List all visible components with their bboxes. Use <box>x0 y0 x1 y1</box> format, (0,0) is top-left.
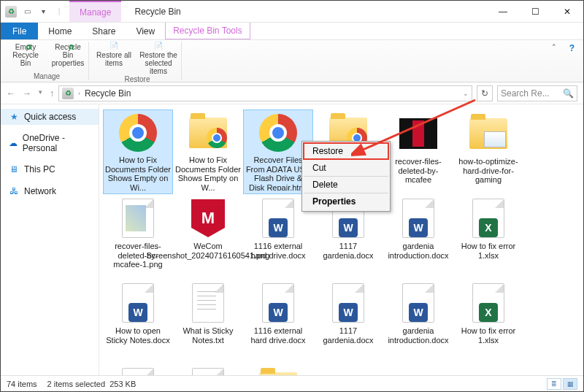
ribbon-group-restore-label: Restore <box>124 75 150 83</box>
file-item[interactable]: How to Fix Documents Folder Shows Empty … <box>174 110 242 193</box>
search-icon: 🔍 <box>563 88 574 99</box>
status-selection: 2 items selected 253 KB <box>47 380 137 388</box>
file-item[interactable]: MWeCom Screenshot_20240716160541.png <box>174 195 242 278</box>
navigation-pane: ★ Quick access ☁ OneDrive - Personal 🖥 T… <box>1 104 99 379</box>
title-bar: ▭ ▾ | Manage Recycle Bin — ☐ ✕ <box>1 1 583 23</box>
recycle-bin-properties-button[interactable]: Recycle Bin properties <box>50 42 85 67</box>
sidebar-label: Quick access <box>24 112 76 122</box>
restore-selected-button[interactable]: 📄 Restore the selected items <box>139 42 178 75</box>
address-bar-row: ← → ▾ ↑ › Recycle Bin ⌄ ↻ Search Re... 🔍 <box>1 82 583 104</box>
qat-properties-icon[interactable]: ▭ <box>21 6 33 18</box>
file-item[interactable]: Wgardenia introduction.docx <box>384 280 453 363</box>
tab-share[interactable]: Share <box>82 23 126 39</box>
sidebar-label: This PC <box>24 164 55 174</box>
file-item[interactable]: How to Fix Documents Folder Shows Empty … <box>104 110 172 193</box>
ribbon-group-restore: 📄 Restore all items 📄 Restore the select… <box>93 42 182 80</box>
qat-dropdown-icon[interactable]: ▾ <box>37 6 49 18</box>
restore-selected-label: Restore the selected items <box>139 51 178 75</box>
tab-view[interactable]: View <box>126 23 165 39</box>
tab-recycle-bin-tools[interactable]: Recycle Bin Tools <box>165 23 250 39</box>
restore-all-button[interactable]: 📄 Restore all items <box>96 42 131 75</box>
view-large-icons-button[interactable]: ▦ <box>563 378 577 390</box>
cloud-icon: ☁ <box>8 137 18 149</box>
restore-all-label: Restore all items <box>96 51 131 67</box>
file-thumbnail <box>188 113 228 153</box>
maximize-button[interactable]: ☐ <box>519 1 551 23</box>
file-thumbnail: X <box>468 198 509 239</box>
file-label: 1116 external hard drive.docx <box>245 326 311 345</box>
file-thumbnail <box>118 113 158 153</box>
collapse-ribbon-icon[interactable]: ˄ <box>548 42 561 54</box>
file-label: how-to-optimize-hard-drive-for-gaming <box>456 157 521 185</box>
file-thumbnail: W <box>258 283 299 323</box>
file-label: How to fix error 1.xlsx <box>456 242 521 260</box>
recent-dropdown-icon[interactable]: ▾ <box>39 88 42 99</box>
file-label: gardenia introduction.docx <box>385 326 451 345</box>
nav-arrows: ← → ▾ ↑ <box>7 88 54 99</box>
ctx-cut[interactable]: Cut <box>304 159 388 176</box>
file-thumbnail: W <box>118 283 158 323</box>
ctx-properties[interactable]: Properties <box>304 193 388 210</box>
file-label: How to open Sticky Notes.docx <box>105 326 171 345</box>
main-split: ★ Quick access ☁ OneDrive - Personal 🖥 T… <box>1 104 583 379</box>
close-button[interactable]: ✕ <box>551 1 583 23</box>
file-label: gardenia introduction.docx <box>385 242 451 260</box>
file-label: How to Fix Documents Folder Shows Empty … <box>175 155 241 191</box>
file-item[interactable]: W1116 external hard drive.docx <box>244 280 312 363</box>
file-label: 1117 gardenia.docx <box>315 242 381 260</box>
window-title: Recycle Bin <box>121 7 487 17</box>
file-label: How to Fix Documents Folder Shows Empty … <box>105 155 171 191</box>
tab-home[interactable]: Home <box>38 23 82 39</box>
sidebar-item-this-pc[interactable]: 🖥 This PC <box>1 161 99 177</box>
network-icon: 🖧 <box>8 185 20 197</box>
file-label: 1116 external hard drive.docx <box>245 242 311 260</box>
sidebar-label: Network <box>24 186 56 196</box>
back-button[interactable]: ← <box>7 88 15 99</box>
file-thumbnail: W <box>258 198 299 239</box>
ribbon-group-manage-label: Manage <box>34 72 60 80</box>
help-icon[interactable]: ? <box>565 42 579 55</box>
file-item[interactable]: recover-files-deleted-by-mcafee <box>384 110 453 193</box>
empty-recycle-bin-button[interactable]: Empty Recycle Bin <box>8 42 43 67</box>
file-thumbnail <box>468 113 509 154</box>
file-item[interactable]: WHow to open Sticky Notes.docx <box>104 280 172 363</box>
sidebar-item-onedrive[interactable]: ☁ OneDrive - Personal <box>1 131 99 155</box>
ctx-restore[interactable]: Restore <box>304 143 388 159</box>
status-bar: 74 items 2 items selected 253 KB ≣ ▦ <box>1 375 583 391</box>
ribbon: Empty Recycle Bin Recycle Bin properties… <box>1 40 583 82</box>
view-details-button[interactable]: ≣ <box>547 378 561 390</box>
forward-button[interactable]: → <box>23 88 31 99</box>
file-thumbnail: X <box>468 283 509 323</box>
qat-separator: | <box>53 6 65 18</box>
file-item[interactable]: Wgardenia introduction.docx <box>384 195 453 278</box>
file-item[interactable]: XHow to fix error 1.xlsx <box>454 280 523 363</box>
ctx-delete[interactable]: Delete <box>304 176 388 193</box>
tab-file[interactable]: File <box>1 23 38 39</box>
address-dropdown-icon[interactable]: ⌄ <box>463 90 469 97</box>
restore-selected-icon: 📄 <box>154 42 163 50</box>
file-item[interactable]: What is Sticky Notes.txt <box>174 280 242 363</box>
context-menu: Restore Cut Delete Properties <box>301 141 391 212</box>
up-button[interactable]: ↑ <box>50 88 54 99</box>
search-input[interactable]: Search Re... 🔍 <box>497 85 577 101</box>
quick-access-toolbar: ▭ ▾ | <box>1 6 69 18</box>
file-thumbnail: W <box>398 198 439 239</box>
sidebar-item-quick-access[interactable]: ★ Quick access <box>1 109 99 125</box>
minimize-button[interactable]: — <box>487 1 519 23</box>
search-placeholder: Search Re... <box>501 88 550 99</box>
pc-icon: 🖥 <box>8 164 20 175</box>
refresh-button[interactable]: ↻ <box>477 85 493 101</box>
file-thumbnail <box>118 198 158 239</box>
file-label: recover-files-deleted-by-mcafee <box>385 157 451 185</box>
app-icon <box>5 6 17 18</box>
file-item[interactable]: W1117 gardenia.docx <box>314 280 383 363</box>
sidebar-item-network[interactable]: 🖧 Network <box>1 183 99 199</box>
contextual-tab-manage[interactable]: Manage <box>69 1 121 22</box>
file-thumbnail <box>398 113 439 154</box>
breadcrumb[interactable]: Recycle Bin <box>85 88 131 99</box>
file-item[interactable]: XHow to fix error 1.xlsx <box>454 195 523 278</box>
file-label: What is Sticky Notes.txt <box>175 326 241 345</box>
file-item[interactable]: how-to-optimize-hard-drive-for-gaming <box>454 110 523 193</box>
address-bar[interactable]: › Recycle Bin ⌄ <box>58 85 472 101</box>
file-item[interactable]: recover-files-deleted-by-mcafee-1.png <box>104 195 172 278</box>
